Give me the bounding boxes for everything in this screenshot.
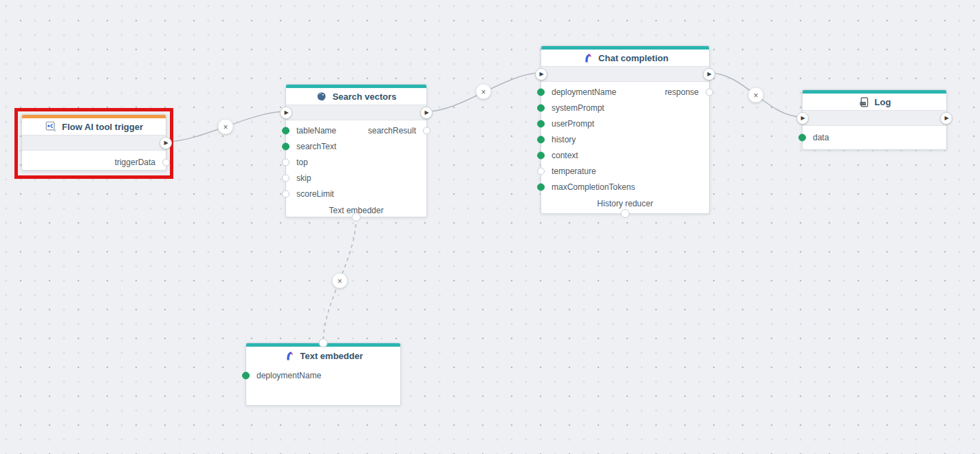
- port-label: tableName: [296, 126, 336, 136]
- delete-connection-button[interactable]: ×: [748, 87, 764, 103]
- port-label: context: [552, 151, 578, 160]
- execution-band: ▶: [22, 135, 166, 151]
- node-title: Search vectors: [332, 91, 396, 102]
- port-label: searchText: [296, 142, 336, 151]
- node-header[interactable]: Text embedder: [246, 347, 400, 365]
- port-row: data: [803, 128, 946, 147]
- delete-connection-button[interactable]: ×: [218, 119, 234, 135]
- node-search-vectors[interactable]: Search vectors ▶ ▶ tableName searchResul…: [285, 84, 427, 217]
- output-port[interactable]: [162, 158, 170, 166]
- node-chat-completion[interactable]: Chat completion ▶ ▶ deploymentName respo…: [541, 45, 710, 214]
- port-row: scoreLimit: [286, 186, 426, 202]
- input-port[interactable]: [282, 174, 290, 182]
- node-flow-ai-tool-trigger[interactable]: × Flow AI tool trigger ▶ triggerData: [21, 114, 166, 171]
- input-port[interactable]: [798, 133, 806, 141]
- node-header[interactable]: LOG Log: [803, 94, 946, 110]
- input-port[interactable]: [537, 167, 545, 175]
- output-port[interactable]: [423, 127, 431, 134]
- svg-text:×: ×: [54, 128, 56, 133]
- output-port[interactable]: [706, 88, 713, 96]
- input-port[interactable]: [282, 190, 290, 197]
- execution-in-button[interactable]: ▶: [280, 107, 292, 119]
- port-label: scoreLimit: [296, 189, 334, 199]
- port-label: data: [813, 133, 829, 142]
- execution-out-button[interactable]: ▶: [420, 107, 433, 119]
- play-icon: ▶: [283, 110, 288, 116]
- port-label: temperature: [552, 166, 596, 176]
- port-row: systemPrompt: [541, 100, 709, 116]
- port-row: skip: [286, 170, 426, 186]
- port-label: maxCompletionTokens: [552, 182, 635, 192]
- port-label: history: [552, 135, 576, 144]
- port-label: searchResult: [368, 126, 416, 136]
- tool-port[interactable]: [621, 209, 630, 218]
- node-body: data: [803, 126, 946, 147]
- node-title: Flow AI tool trigger: [62, 122, 143, 132]
- port-label: triggerData: [115, 158, 155, 167]
- execution-out-button[interactable]: ▶: [160, 137, 172, 149]
- port-label: response: [665, 87, 699, 97]
- input-port[interactable]: [537, 88, 545, 96]
- delete-connection-icon: ×: [337, 277, 342, 285]
- execution-out-button[interactable]: ▶: [703, 68, 715, 80]
- play-icon: ▶: [163, 140, 168, 146]
- svg-text:LOG: LOG: [860, 102, 866, 105]
- play-icon: ▶: [538, 72, 543, 77]
- port-row: triggerData: [22, 153, 166, 171]
- input-port[interactable]: [537, 136, 545, 143]
- node-body: deploymentName: [246, 365, 400, 385]
- node-title: Chat completion: [598, 53, 668, 63]
- execution-band: ▶ ▶: [286, 105, 426, 120]
- execution-in-button[interactable]: ▶: [796, 112, 809, 125]
- input-port[interactable]: [282, 142, 290, 150]
- port-row: temperature: [541, 163, 709, 179]
- node-header[interactable]: Search vectors: [286, 88, 426, 105]
- port-row: maxCompletionTokens: [541, 179, 709, 195]
- port-label: deploymentName: [257, 371, 321, 380]
- tool-port[interactable]: [352, 213, 361, 221]
- port-label: top: [296, 158, 308, 167]
- execution-in-button[interactable]: ▶: [535, 68, 547, 80]
- flow-trigger-icon: ×: [45, 120, 57, 133]
- port-row: top: [286, 154, 426, 170]
- node-body: triggerData: [22, 151, 166, 171]
- delete-connection-button[interactable]: ×: [476, 84, 492, 100]
- node-text-embedder[interactable]: Text embedder deploymentName: [246, 343, 401, 406]
- node-title: Text embedder: [300, 351, 363, 361]
- postgresql-icon: [316, 91, 327, 102]
- input-port[interactable]: [537, 104, 545, 111]
- input-port[interactable]: [282, 127, 290, 134]
- port-label: skip: [296, 173, 311, 183]
- node-header[interactable]: × Flow AI tool trigger: [22, 118, 166, 135]
- port-row: context: [541, 147, 709, 163]
- port-row: searchText: [286, 138, 426, 154]
- port-label: userPrompt: [552, 119, 594, 129]
- node-log[interactable]: LOG Log ▶ ▶ data: [802, 89, 947, 150]
- delete-connection-icon: ×: [481, 87, 486, 96]
- node-body: tableName searchResult searchText top sk…: [286, 120, 426, 219]
- log-icon: LOG: [858, 96, 870, 108]
- connections-layer: [0, 0, 980, 454]
- node-body: deploymentName response systemPrompt use…: [541, 82, 709, 213]
- play-icon: ▶: [944, 116, 948, 121]
- play-icon: ▶: [706, 72, 711, 77]
- execution-band: ▶ ▶: [803, 110, 946, 126]
- port-label: deploymentName: [552, 87, 616, 97]
- port-label: systemPrompt: [552, 103, 605, 113]
- execution-out-button[interactable]: ▶: [940, 112, 952, 125]
- input-port[interactable]: [282, 158, 290, 166]
- input-port[interactable]: [537, 151, 545, 159]
- input-port[interactable]: [242, 372, 250, 380]
- delete-connection-button[interactable]: ×: [332, 273, 348, 289]
- port-row: userPrompt: [541, 116, 709, 131]
- input-port[interactable]: [537, 120, 545, 127]
- delete-connection-icon: ×: [223, 122, 228, 131]
- flow-editor-canvas[interactable]: × × × × × Flow AI tool trigger ▶ trigger…: [0, 0, 980, 454]
- azure-ai-icon: [582, 52, 594, 64]
- tool-slot-label: History reducer: [597, 199, 653, 208]
- node-header[interactable]: Chat completion: [541, 50, 709, 66]
- azure-ai-icon: [283, 350, 295, 362]
- port-row: deploymentName response: [541, 84, 709, 100]
- input-port[interactable]: [537, 183, 545, 191]
- tool-port[interactable]: [319, 338, 328, 347]
